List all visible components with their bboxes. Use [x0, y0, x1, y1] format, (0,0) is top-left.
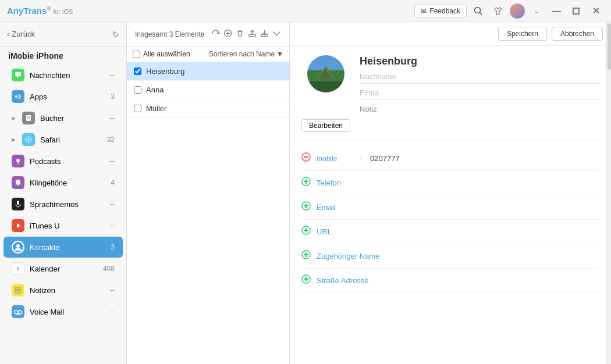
- add-url-row[interactable]: URL: [301, 220, 599, 244]
- minimize-button[interactable]: —: [548, 3, 564, 19]
- refresh-button[interactable]: ↻: [112, 30, 119, 39]
- first-name-field: Heisenburg: [360, 55, 599, 67]
- kalender-icon: 5: [12, 262, 24, 275]
- phone-type[interactable]: mobile: [317, 155, 351, 163]
- last-name-field[interactable]: [360, 70, 599, 84]
- sidebar-item-sprachmemos[interactable]: Sprachmemos --: [3, 194, 123, 215]
- phone-value[interactable]: 0207777: [370, 154, 400, 163]
- sort-button[interactable]: Sortieren nach Name ▼: [209, 50, 283, 58]
- sidebar-item-apps[interactable]: Apps 3: [3, 86, 123, 107]
- phone-arrow-icon: ›: [360, 155, 362, 163]
- select-all-label[interactable]: Alle auswählen: [133, 50, 190, 58]
- sidebar-item-podcasts[interactable]: Podcasts --: [3, 151, 123, 172]
- itunes-count: --: [110, 222, 115, 230]
- feedback-button[interactable]: ✉ Feedback: [414, 5, 467, 17]
- export-button[interactable]: [248, 29, 257, 40]
- contact-item-heisenburg[interactable]: Heisenburg: [127, 62, 289, 81]
- contact-avatar[interactable]: [307, 55, 344, 92]
- add-email-row[interactable]: Email: [301, 195, 599, 220]
- contact-checkbox-mueller[interactable]: [134, 105, 141, 112]
- sprachmemos-icon: [12, 198, 24, 210]
- contact-name-anna: Anna: [146, 85, 164, 94]
- scrollbar-thumb[interactable]: [608, 23, 611, 70]
- add-zugehoeriger-row[interactable]: Zugehöriger Name: [301, 244, 599, 269]
- add-email-icon: [301, 201, 311, 210]
- sidebar-item-voicemail[interactable]: Voice Mail --: [3, 301, 123, 322]
- sidebar-item-klingeltoene[interactable]: Klingeltöne 4: [3, 172, 123, 193]
- more-button[interactable]: [272, 29, 281, 40]
- last-name-input[interactable]: [360, 70, 599, 84]
- title-bar-right: ✉ Feedback ⌄ — ✕: [414, 3, 604, 19]
- import-button[interactable]: [260, 29, 269, 40]
- add-zugehoeriger-button[interactable]: [301, 250, 311, 262]
- voicemail-icon-svg: [14, 308, 22, 316]
- chevron-down-button[interactable]: ⌄: [528, 3, 545, 19]
- note-label: Notiz: [360, 105, 377, 113]
- avatar[interactable]: [510, 3, 525, 19]
- sidebar-item-kontakte[interactable]: Kontakte 3: [3, 237, 123, 258]
- bell-icon-svg: [14, 179, 22, 187]
- notizen-icon: [12, 284, 24, 297]
- add-contact-button[interactable]: [223, 29, 232, 40]
- add-strasse-button[interactable]: [301, 274, 311, 287]
- contact-fields: Heisenburg Notiz: [360, 55, 599, 116]
- company-field[interactable]: [360, 86, 599, 100]
- safari-count: 32: [107, 135, 115, 144]
- contact-avatar-image: [307, 55, 344, 92]
- kontakte-count: 3: [111, 243, 115, 251]
- import-icon: [260, 29, 269, 38]
- contact-header: Bearbeiten Heisenburg Notiz: [301, 55, 599, 132]
- remove-icon: [301, 152, 311, 162]
- sidebar-item-notizen[interactable]: Notizen --: [3, 280, 123, 301]
- company-input[interactable]: [360, 86, 599, 100]
- detail-content: Bearbeiten Heisenburg Notiz: [290, 46, 611, 302]
- add-zugehoeriger-label: Zugehöriger Name: [317, 252, 379, 260]
- safari-icon-svg: [24, 135, 33, 144]
- delete-contact-button[interactable]: [236, 29, 244, 40]
- save-button[interactable]: Speichern: [498, 27, 547, 41]
- edit-avatar-button[interactable]: Bearbeiten: [301, 119, 350, 132]
- svg-line-1: [480, 12, 482, 15]
- svg-point-10: [16, 159, 20, 162]
- add-url-button[interactable]: [301, 226, 311, 238]
- sidebar-item-kalender[interactable]: 5 Kalender 468: [3, 258, 123, 279]
- add-telefon-button[interactable]: [301, 177, 311, 189]
- contact-item-anna[interactable]: Anna: [127, 81, 289, 99]
- cancel-button[interactable]: Abbrechen: [552, 27, 603, 41]
- list-toolbar: Alle auswählen Sortieren nach Name ▼: [127, 47, 289, 62]
- phone-field-row: mobile › 0207777: [301, 147, 599, 171]
- back-label: Zurück: [12, 30, 35, 38]
- contact-item-mueller[interactable]: Müller: [127, 99, 289, 118]
- search-button[interactable]: [470, 3, 486, 19]
- apps-count: 3: [111, 92, 115, 101]
- detail-panel: Speichern Abbrechen Bearbeiten Heisenbur…: [290, 22, 611, 364]
- back-button[interactable]: ‹ Zurück: [7, 30, 35, 38]
- sidebar-items-list: Nachrichten -- Apps 3 ▶ Bücher --: [0, 64, 126, 364]
- select-all-checkbox[interactable]: [133, 51, 140, 58]
- close-button[interactable]: ✕: [588, 3, 604, 19]
- main-layout: ‹ Zurück ↻ iMobie iPhone Nachrichten -- …: [0, 22, 611, 364]
- svg-rect-2: [573, 8, 579, 14]
- sidebar-item-itunes[interactable]: iTunes U --: [3, 215, 123, 236]
- refresh-contacts-button[interactable]: [211, 29, 220, 40]
- sidebar-item-buecher[interactable]: ▶ Bücher --: [3, 108, 123, 129]
- refresh-icon: [211, 29, 220, 38]
- shirt-button[interactable]: [490, 3, 506, 19]
- notizen-icon-svg: [14, 286, 22, 294]
- sidebar-item-nachrichten[interactable]: Nachrichten --: [3, 65, 123, 85]
- podcasts-icon-svg: [14, 157, 22, 165]
- buecher-label: Bücher: [40, 114, 105, 123]
- add-telefon-row[interactable]: Telefon: [301, 171, 599, 195]
- contact-list: Heisenburg Anna Müller: [127, 62, 289, 364]
- remove-phone-button[interactable]: [301, 152, 311, 165]
- maximize-button[interactable]: [568, 3, 584, 19]
- kalender-label: Kalender: [30, 265, 98, 273]
- add-strasse-row[interactable]: Straße Adresse: [301, 269, 599, 293]
- contact-checkbox-heisenburg[interactable]: [134, 67, 141, 75]
- note-field: Notiz: [360, 105, 599, 113]
- add-url-label: URL: [317, 227, 332, 236]
- contact-checkbox-anna[interactable]: [134, 86, 141, 94]
- itunes-icon: [12, 219, 24, 232]
- add-email-button[interactable]: [301, 201, 311, 213]
- sidebar-item-safari[interactable]: ▶ Safari 32: [3, 129, 123, 150]
